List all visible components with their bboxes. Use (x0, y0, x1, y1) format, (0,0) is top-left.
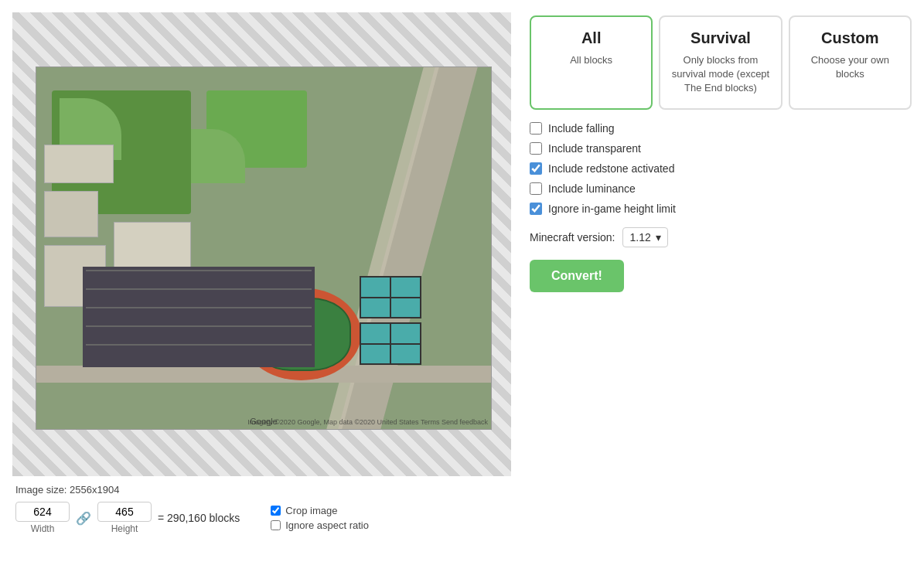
ignore-aspect-label: Ignore aspect ratio (285, 519, 369, 531)
include-falling-option[interactable]: Include falling (530, 122, 912, 135)
mode-custom-title: Custom (800, 29, 901, 47)
link-icon[interactable]: 🔗 (76, 511, 91, 526)
include-falling-checkbox[interactable] (530, 122, 542, 135)
width-label: Width (31, 523, 55, 534)
mode-all-title: All (540, 29, 642, 47)
version-select[interactable]: 1.12 ▾ (622, 227, 667, 247)
width-input[interactable] (15, 502, 70, 522)
include-redstone-option[interactable]: Include redstone activated (530, 162, 912, 175)
checkboxes-section: Include falling Include transparent Incl… (530, 122, 912, 215)
include-luminance-label: Include luminance (548, 182, 636, 195)
include-transparent-label: Include transparent (548, 142, 641, 155)
mode-card-all[interactable]: All All blocks (530, 15, 653, 110)
include-luminance-checkbox[interactable] (530, 182, 542, 195)
crop-image-label: Crop image (285, 505, 337, 516)
include-redstone-label: Include redstone activated (548, 162, 674, 175)
ignore-aspect-checkbox[interactable] (271, 520, 281, 530)
chevron-down-icon: ▾ (656, 231, 661, 244)
mode-all-desc: All blocks (540, 53, 642, 67)
include-luminance-option[interactable]: Include luminance (530, 182, 912, 195)
aerial-map: Google Imagery ©2020 Google, Map data ©2… (36, 67, 491, 429)
dimensions-row: Width 🔗 Height = 290,160 blocks Crop ima… (15, 502, 508, 534)
image-size-label: Image size: 2556x1904 (15, 484, 508, 496)
height-label: Height (111, 523, 138, 534)
ignore-height-label: Ignore in-game height limit (548, 203, 676, 215)
mode-cards: All All blocks Survival Only blocks from… (530, 15, 912, 110)
include-transparent-checkbox[interactable] (530, 142, 542, 155)
map-image: Google Imagery ©2020 Google, Map data ©2… (36, 66, 492, 430)
mode-survival-desc: Only blocks from survival mode (except T… (670, 53, 771, 96)
mode-survival-title: Survival (670, 29, 771, 47)
ignore-aspect-option[interactable]: Ignore aspect ratio (271, 519, 369, 531)
convert-button[interactable]: Convert! (530, 260, 624, 292)
left-panel: Google Imagery ©2020 Google, Map data ©2… (12, 12, 511, 539)
include-redstone-checkbox[interactable] (530, 162, 542, 175)
ignore-height-option[interactable]: Ignore in-game height limit (530, 203, 912, 215)
crop-options: Crop image Ignore aspect ratio (271, 505, 369, 531)
mode-card-custom[interactable]: Custom Choose your own blocks (789, 15, 912, 110)
include-falling-label: Include falling (548, 122, 615, 135)
map-attribution: Imagery ©2020 Google, Map data ©2020 Uni… (247, 418, 488, 426)
image-info: Image size: 2556x1904 Width 🔗 Height = 2… (12, 476, 511, 539)
width-group: Width (15, 502, 70, 534)
height-input[interactable] (97, 502, 152, 522)
minecraft-version-row: Minecraft version: 1.12 ▾ (530, 227, 912, 247)
minecraft-version-label: Minecraft version: (530, 231, 615, 244)
mode-card-survival[interactable]: Survival Only blocks from survival mode … (659, 15, 782, 110)
main-container: Google Imagery ©2020 Google, Map data ©2… (0, 0, 924, 551)
image-wrapper: Google Imagery ©2020 Google, Map data ©2… (12, 12, 511, 476)
ignore-height-checkbox[interactable] (530, 203, 542, 215)
height-group: Height (97, 502, 152, 534)
blocks-count: = 290,160 blocks (158, 512, 240, 524)
crop-image-option[interactable]: Crop image (271, 505, 369, 516)
mode-custom-desc: Choose your own blocks (800, 53, 901, 81)
right-panel: All All blocks Survival Only blocks from… (530, 12, 912, 539)
crop-image-checkbox[interactable] (271, 506, 281, 516)
version-value: 1.12 (629, 231, 650, 244)
include-transparent-option[interactable]: Include transparent (530, 142, 912, 155)
